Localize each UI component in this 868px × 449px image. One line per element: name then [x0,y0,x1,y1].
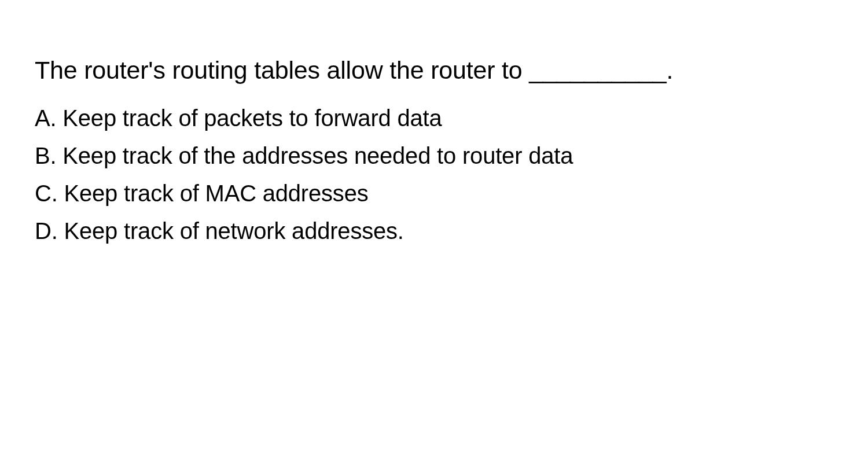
option-a: A. Keep track of packets to forward data [35,100,833,137]
option-b-text: Keep track of the addresses needed to ro… [62,143,573,168]
option-b: B. Keep track of the addresses needed to… [35,137,833,175]
option-c: C. Keep track of MAC addresses [35,175,833,212]
option-d-text: Keep track of network addresses. [64,218,404,244]
option-c-text: Keep track of MAC addresses [64,181,369,206]
options-list: A. Keep track of packets to forward data… [35,100,833,251]
question-block: The router's routing tables allow the ro… [0,0,868,274]
option-a-text: Keep track of packets to forward data [62,105,442,131]
option-b-label: B. [35,143,56,168]
option-d-label: D. [35,218,58,244]
option-c-label: C. [35,181,58,206]
question-stem: The router's routing tables allow the ro… [35,46,833,95]
option-d: D. Keep track of network addresses. [35,212,833,250]
option-a-label: A. [35,105,56,131]
